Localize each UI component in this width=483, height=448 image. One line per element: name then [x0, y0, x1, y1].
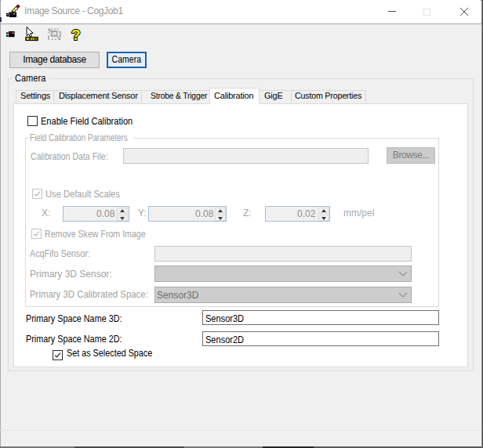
svg-text:?: ?: [71, 27, 81, 43]
